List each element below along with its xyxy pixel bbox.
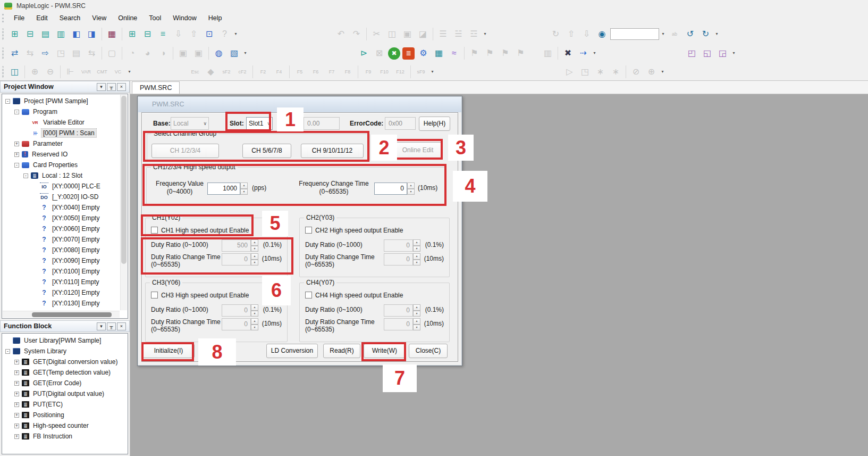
- variable-display-icon[interactable]: VAR: [79, 65, 94, 79]
- tree-item[interactable]: + Parameter: [3, 138, 128, 149]
- tab-pwm-src[interactable]: PWM.SRC: [132, 81, 180, 94]
- comment-display-icon[interactable]: CMT: [95, 65, 109, 79]
- option-tools-icon[interactable]: ✖: [561, 46, 575, 60]
- scrollbar-thumb[interactable]: [121, 96, 127, 264]
- tree-item[interactable]: ? [XY:0050] Empty: [3, 213, 128, 223]
- add-page-icon[interactable]: ⊞: [125, 27, 139, 41]
- duty-change-stepper[interactable]: ▴ ▾: [413, 253, 420, 266]
- menu-item[interactable]: Edit: [30, 12, 54, 24]
- tree-expand-icon[interactable]: +: [14, 142, 19, 146]
- tree-item[interactable]: VR Variable Editor: [3, 117, 128, 128]
- row-options-icon[interactable]: ☲: [467, 27, 481, 41]
- bookmark-prev-icon[interactable]: ⚑: [498, 46, 512, 60]
- tile-windows-icon[interactable]: ▦: [105, 27, 119, 41]
- menu-item[interactable]: View: [86, 12, 112, 24]
- open-project-icon[interactable]: ⊟: [23, 27, 37, 41]
- menu-item[interactable]: Tool: [143, 12, 167, 24]
- tree-item[interactable]: + ≣ GET(Temp detection value): [3, 367, 128, 378]
- cross-reference-icon[interactable]: ✖: [388, 47, 400, 60]
- trend-monitor-icon[interactable]: ▧: [227, 46, 241, 60]
- tree-item[interactable]: - ≣ Local : 12 Slot: [3, 170, 128, 181]
- bookmark-all-icon[interactable]: ⚑: [483, 46, 497, 60]
- module-remove-icon[interactable]: ◲: [715, 46, 730, 60]
- tree-item[interactable]: ? [XY:0110] Empty: [3, 277, 128, 287]
- panel-pin-icon[interactable]: ╥: [107, 83, 116, 91]
- delete-icon[interactable]: ◪: [416, 27, 430, 41]
- close-button[interactable]: Close(C): [409, 344, 448, 358]
- card-info-icon[interactable]: ▣: [191, 46, 206, 60]
- cut-icon[interactable]: ✂: [369, 27, 384, 41]
- duty-change-stepper[interactable]: ▴ ▾: [251, 253, 258, 266]
- panel-menu-icon[interactable]: ▾: [97, 83, 106, 91]
- web-monitor-icon[interactable]: ◍: [212, 46, 226, 60]
- tree-item[interactable]: ? [XY:0060] Empty: [3, 223, 128, 234]
- select-arrow-icon[interactable]: ◆: [204, 65, 218, 79]
- hd-convert-icon[interactable]: ◳: [578, 65, 592, 79]
- f5-contact-icon[interactable]: F5: [292, 65, 307, 79]
- delete-row-icon[interactable]: ☱: [451, 27, 466, 41]
- tree-item[interactable]: + ≣ GET(Digital conversion value): [3, 356, 128, 367]
- combo-dropdown-icon[interactable]: ▾: [660, 27, 666, 41]
- vertical-scrollbar[interactable]: [120, 95, 127, 310]
- no-contact-icon[interactable]: ⊘: [629, 65, 643, 79]
- f12-coil-icon[interactable]: F12: [393, 65, 408, 79]
- module-install-icon[interactable]: ◰: [685, 46, 699, 60]
- spin-up-icon[interactable]: ▴: [251, 318, 258, 325]
- read-button[interactable]: Read(R): [323, 344, 360, 358]
- tree-item[interactable]: ⊦⊦ [000] PWM : Scan: [3, 128, 128, 138]
- menu-item[interactable]: Search: [54, 12, 87, 24]
- tree-expand-icon[interactable]: -: [5, 99, 10, 104]
- cf2-key-icon[interactable]: cF2: [235, 65, 250, 79]
- spin-down-icon[interactable]: ▾: [413, 325, 420, 331]
- duty-change-input[interactable]: 0: [222, 253, 251, 266]
- card-lock-icon[interactable]: ▣: [176, 46, 190, 60]
- scrollbar-thumb[interactable]: [32, 312, 112, 317]
- ch-9-10-11-12-button[interactable]: CH 9/10/11/12: [301, 144, 364, 158]
- tree-item[interactable]: - Card Properties: [3, 160, 128, 170]
- tree-item[interactable]: + ≣ PUT(ETC): [3, 399, 128, 410]
- tree-expand-icon[interactable]: +: [14, 152, 19, 157]
- frequency-value-stepper[interactable]: ▴ ▾: [240, 183, 248, 195]
- tree-item[interactable]: ? [XY:0120] Empty: [3, 287, 128, 298]
- monitor-dropdown-icon[interactable]: ▾: [242, 46, 248, 60]
- duty-ratio-input[interactable]: 0: [384, 239, 413, 252]
- f10-coil-icon[interactable]: F10: [377, 65, 392, 79]
- card-read-icon[interactable]: ◳: [54, 46, 68, 60]
- menu-item[interactable]: Online: [112, 12, 143, 24]
- panel-menu-icon[interactable]: ▾: [97, 322, 106, 330]
- undo-icon[interactable]: ↶: [334, 27, 348, 41]
- ld-conversion-button[interactable]: LD Conversion: [266, 344, 318, 358]
- remote-run-icon[interactable]: ◔: [125, 46, 139, 60]
- f8-contact-icon[interactable]: F8: [340, 65, 355, 79]
- spin-up-icon[interactable]: ▴: [251, 253, 258, 260]
- spin-up-icon[interactable]: ▴: [407, 183, 415, 189]
- ld-excel-icon[interactable]: ⊠: [372, 46, 386, 60]
- tree-item[interactable]: ? [XY:0080] Empty: [3, 245, 128, 255]
- tree-item[interactable]: - Program: [3, 106, 128, 117]
- tree-expand-icon[interactable]: -: [23, 173, 28, 178]
- duty-ratio-stepper[interactable]: ▴ ▾: [251, 239, 258, 252]
- spin-down-icon[interactable]: ▾: [251, 311, 258, 317]
- tree-expand-icon[interactable]: +: [14, 413, 19, 418]
- frequency-change-stepper[interactable]: ▴ ▾: [407, 183, 415, 195]
- spin-up-icon[interactable]: ▴: [240, 183, 248, 189]
- paste-icon[interactable]: ▣: [400, 27, 415, 41]
- spin-down-icon[interactable]: ▾: [407, 189, 415, 195]
- spin-down-icon[interactable]: ▾: [251, 246, 258, 252]
- tree-item[interactable]: + ≣ Positioning: [3, 410, 128, 420]
- monitor-icon[interactable]: ▢: [105, 46, 119, 60]
- program-redo-icon[interactable]: ↻: [698, 27, 713, 41]
- remove-page-icon[interactable]: ⊟: [140, 27, 155, 41]
- disconnect-icon[interactable]: ⇆: [23, 46, 37, 60]
- duty-change-stepper[interactable]: ▴ ▾: [251, 318, 258, 330]
- f2-line-icon[interactable]: F2: [256, 65, 271, 79]
- edit-tool-icon[interactable]: ∗: [593, 65, 608, 79]
- tree-expand-icon[interactable]: -: [14, 163, 19, 168]
- panel-close-icon[interactable]: ×: [117, 83, 126, 91]
- slot-select[interactable]: Slot1 ∨: [246, 117, 273, 130]
- export-run-icon[interactable]: ⊳: [357, 46, 371, 60]
- tree-item[interactable]: User Library[PWM Sample]: [3, 335, 128, 346]
- contact-toggle-icon[interactable]: ⊩: [63, 65, 78, 79]
- spin-down-icon[interactable]: ▾: [251, 260, 258, 266]
- vc-display-icon[interactable]: VC: [111, 65, 125, 79]
